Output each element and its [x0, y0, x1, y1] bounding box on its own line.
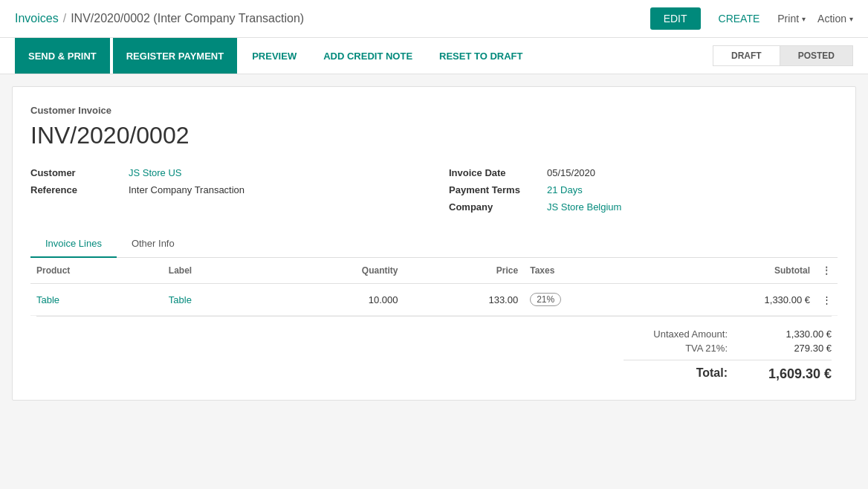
col-options: ⋮ — [816, 258, 838, 284]
cell-taxes: 21% — [524, 284, 649, 316]
invoice-date-value: 05/15/2020 — [547, 167, 595, 178]
action-bar: SEND & PRINT REGISTER PAYMENT PREVIEW AD… — [0, 38, 868, 74]
send-print-button[interactable]: SEND & PRINT — [15, 38, 110, 74]
tab-other-info[interactable]: Other Info — [117, 230, 190, 258]
invoice-fields: Customer JS Store US Reference Inter Com… — [30, 167, 838, 213]
col-product: Product — [30, 258, 163, 284]
table-row: Table Table 10.000 133.00 21% 1,330.00 €… — [30, 284, 838, 316]
company-value[interactable]: JS Store Belgium — [547, 201, 621, 213]
top-bar: Invoices / INV/2020/0002 (Inter Company … — [0, 0, 868, 38]
status-posted: POSTED — [780, 45, 853, 66]
action-button[interactable]: Action ▾ — [817, 13, 853, 25]
col-label: Label — [163, 258, 265, 284]
untaxed-label: Untaxed Amount: — [624, 328, 728, 340]
print-button[interactable]: Print ▾ — [777, 13, 806, 25]
cell-product[interactable]: Table — [30, 284, 163, 316]
col-quantity: Quantity — [265, 258, 404, 284]
cell-quantity: 10.000 — [265, 284, 404, 316]
status-breadcrumb: DRAFT POSTED — [713, 45, 853, 66]
col-subtotal: Subtotal — [649, 258, 816, 284]
tax-label: TVA 21%: — [624, 343, 728, 354]
create-button[interactable]: CREATE — [713, 7, 766, 30]
col-taxes: Taxes — [524, 258, 649, 284]
totals-section: Untaxed Amount: 1,330.00 € TVA 21%: 279.… — [30, 317, 838, 382]
grand-total-value: 1,609.30 € — [757, 366, 832, 382]
edit-button[interactable]: EDIT — [650, 7, 701, 30]
invoice-number: INV/2020/0002 — [30, 122, 838, 149]
tax-row: TVA 21%: 279.30 € — [624, 343, 832, 354]
cell-subtotal: 1,330.00 € — [649, 284, 816, 316]
invoice-type-label: Customer Invoice — [30, 105, 838, 116]
payment-terms-label: Payment Terms — [449, 184, 538, 195]
tax-value: 279.30 € — [757, 343, 832, 354]
invoice-date-label: Invoice Date — [449, 167, 538, 178]
cell-label[interactable]: Table — [163, 284, 265, 316]
grand-total-row: Total: 1,609.30 € — [624, 360, 832, 382]
reference-value: Inter Company Transaction — [129, 184, 244, 195]
payment-terms-value[interactable]: 21 Days — [547, 184, 583, 195]
invoice-table: Product Label Quantity Price Taxes Subto… — [30, 258, 838, 316]
action-caret-icon: ▾ — [849, 15, 853, 23]
tab-invoice-lines[interactable]: Invoice Lines — [30, 230, 117, 258]
customer-label: Customer — [30, 167, 120, 178]
reference-field-row: Reference Inter Company Transaction — [30, 184, 419, 195]
col-price: Price — [404, 258, 525, 284]
breadcrumb-current: INV/2020/0002 (Inter Company Transaction… — [71, 12, 304, 25]
add-credit-note-button[interactable]: ADD CREDIT NOTE — [311, 38, 424, 74]
untaxed-value: 1,330.00 € — [757, 328, 832, 340]
invoice-date-field-row: Invoice Date 05/15/2020 — [449, 167, 838, 178]
register-payment-button[interactable]: REGISTER PAYMENT — [113, 38, 237, 74]
reference-label: Reference — [30, 184, 120, 195]
row-options-icon[interactable]: ⋮ — [816, 284, 838, 316]
header-actions: EDIT CREATE Print ▾ Action ▾ — [650, 7, 853, 30]
print-caret-icon: ▾ — [802, 15, 806, 23]
right-fields: Invoice Date 05/15/2020 Payment Terms 21… — [449, 167, 838, 213]
untaxed-row: Untaxed Amount: 1,330.00 € — [624, 328, 832, 340]
customer-field-row: Customer JS Store US — [30, 167, 419, 178]
company-field-row: Company JS Store Belgium — [449, 201, 838, 213]
breadcrumb-parent[interactable]: Invoices — [15, 12, 59, 25]
tax-badge: 21% — [530, 293, 561, 306]
payment-terms-field-row: Payment Terms 21 Days — [449, 184, 838, 195]
breadcrumb: Invoices / INV/2020/0002 (Inter Company … — [15, 12, 641, 25]
main-content: Customer Invoice INV/2020/0002 Customer … — [12, 86, 856, 401]
preview-button[interactable]: PREVIEW — [240, 38, 308, 74]
customer-value[interactable]: JS Store US — [129, 167, 182, 178]
left-fields: Customer JS Store US Reference Inter Com… — [30, 167, 419, 213]
cell-price: 133.00 — [404, 284, 525, 316]
company-label: Company — [449, 201, 538, 213]
tabs: Invoice Lines Other Info — [30, 230, 838, 258]
grand-total-label: Total: — [624, 366, 728, 382]
status-draft: DRAFT — [713, 45, 780, 66]
breadcrumb-separator: / — [63, 12, 66, 25]
reset-to-draft-button[interactable]: RESET TO DRAFT — [427, 38, 534, 74]
